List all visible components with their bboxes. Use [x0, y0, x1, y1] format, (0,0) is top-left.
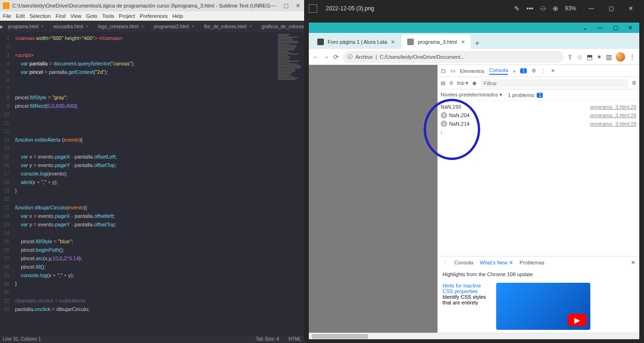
info-icon[interactable]: ⓘ: [347, 53, 353, 60]
sublime-tab[interactable]: escuadra.html×: [49, 24, 94, 29]
wn-card-link[interactable]: Hints for inactive CSS properties: [443, 283, 481, 294]
menu-preferences[interactable]: Preferences: [140, 13, 168, 19]
chrome-menu-icon[interactable]: ⋮: [629, 53, 636, 61]
avatar[interactable]: [616, 52, 625, 62]
dt-tab-more[interactable]: »: [513, 68, 515, 74]
inspect-icon[interactable]: ⮹: [441, 68, 446, 74]
chrome-restore-icon[interactable]: ⌄: [580, 23, 590, 33]
horizontal-scrollbar[interactable]: [309, 333, 639, 339]
menu-tools[interactable]: Tools: [102, 13, 114, 19]
back-icon[interactable]: ←: [313, 53, 319, 61]
menu-selection[interactable]: Selection: [30, 13, 51, 19]
menu-view[interactable]: View: [70, 13, 81, 19]
star-icon[interactable]: ☆: [577, 53, 583, 61]
filter-input[interactable]: [481, 79, 628, 88]
page-canvas[interactable]: [309, 65, 437, 333]
device-icon[interactable]: ▭: [451, 68, 455, 74]
addr-path: C:/Users/leidy/OneDrive/Document...: [380, 54, 465, 60]
extensions-icon[interactable]: ✶: [596, 53, 602, 61]
menu-file[interactable]: File: [3, 13, 11, 19]
captured-chrome: ⌄ — ▢ ✕ Foro página 1 | Alura Lata ✕ pro…: [309, 23, 639, 339]
sublime-icon: [3, 2, 9, 9]
problem-badge[interactable]: 1: [537, 93, 543, 98]
chrome-close-icon[interactable]: ✕: [625, 23, 636, 33]
console-sidebar-icon[interactable]: ▤: [441, 80, 445, 86]
tab-close-icon[interactable]: ×: [249, 24, 251, 29]
sublime-side-icon[interactable]: ▸: [0, 23, 3, 30]
close-icon[interactable]: ✕: [295, 2, 301, 9]
sidepanel-icon[interactable]: ▥: [606, 53, 612, 61]
menu-find[interactable]: Find: [56, 13, 65, 19]
drawer-menu-icon[interactable]: ⋮: [443, 260, 448, 266]
dt-menu-icon[interactable]: ⋮: [541, 68, 546, 74]
status-tabsize[interactable]: Tab Size: 4: [256, 336, 279, 342]
chrome-tab-0[interactable]: Foro página 1 | Alura Lata ✕: [312, 35, 401, 49]
chrome-max-icon[interactable]: ▢: [610, 23, 620, 33]
chrome-toolbar: ← → ⟳ ⓘ Archivo | C:/Users/leidy/OneDriv…: [309, 49, 639, 65]
maximize-icon[interactable]: ▢: [282, 2, 289, 9]
menu-goto[interactable]: Goto: [86, 13, 97, 19]
tab-close-icon[interactable]: ✕: [391, 39, 395, 45]
drawer-tab-problems[interactable]: Problemas: [520, 260, 545, 265]
console-source-link[interactable]: programa_3.html:29: [590, 112, 636, 118]
reload-icon[interactable]: ⟳: [333, 53, 339, 61]
log-levels[interactable]: Niveles predeterminados ▾: [441, 92, 502, 98]
address-bar[interactable]: ⓘ Archivo | C:/Users/leidy/OneDrive/Docu…: [343, 51, 564, 63]
favicon-icon: [407, 39, 414, 45]
console-source-link[interactable]: programa_3.html:29: [590, 121, 636, 127]
download-icon[interactable]: ⬒: [587, 53, 593, 61]
console-source-link[interactable]: programa_3.html:29: [590, 104, 636, 110]
code-area[interactable]: <canvas width="600" height="400"> </canv…: [12, 32, 276, 335]
sublime-tab[interactable]: flor_de_colores.html×: [199, 24, 257, 29]
favicon-icon: [317, 39, 324, 45]
devtools: ⮹ ▭ Elementos Consola » 1 ⚙ ⋮ ✕ ▤ ⊘ top …: [437, 65, 639, 333]
dt-tab-elements[interactable]: Elementos: [460, 68, 484, 74]
minimap[interactable]: [276, 32, 304, 335]
menu-edit[interactable]: Edit: [16, 13, 25, 19]
clear-icon[interactable]: ⊘: [449, 80, 453, 86]
more-icon[interactable]: •••: [526, 5, 533, 12]
play-icon[interactable]: ▶: [568, 314, 587, 326]
drawer-tab-console[interactable]: Consola: [454, 260, 473, 265]
eye-icon[interactable]: ◉: [472, 80, 477, 86]
share-icon[interactable]: ⇪: [567, 53, 573, 61]
sublime-tabbar: ▸ programa.html×escuadra.html×lego_creep…: [0, 21, 304, 32]
menu-project[interactable]: Project: [119, 13, 135, 19]
chrome-tab-1[interactable]: programa_3.html ✕: [402, 35, 470, 49]
context-selector[interactable]: top ▾: [457, 80, 468, 86]
drawer-close-icon[interactable]: ✕: [631, 259, 636, 266]
sublime-tab[interactable]: programas2.html×: [149, 24, 199, 29]
console-output[interactable]: NaN,193programa_3.html:293NaN,204program…: [438, 101, 639, 256]
viewer-close-icon[interactable]: ✕: [622, 2, 639, 15]
wn-video-thumb[interactable]: ▶: [496, 283, 590, 330]
status-lang[interactable]: HTML: [289, 336, 301, 342]
wn-card[interactable]: Hints for inactive CSS properties Identi…: [443, 283, 490, 330]
tab-close-icon[interactable]: ×: [141, 24, 144, 29]
menu-help[interactable]: Help: [172, 13, 183, 19]
chrome-min-icon[interactable]: —: [595, 23, 605, 33]
zoom-out-icon[interactable]: ⦵: [540, 5, 546, 13]
status-pos: Line 31, Column 1: [3, 336, 41, 342]
drawer-tab-whatsnew[interactable]: What's New ✕: [480, 260, 513, 266]
edit-icon[interactable]: ✎: [514, 5, 520, 12]
minimize-icon[interactable]: —: [270, 2, 277, 9]
gear-icon[interactable]: ⚙: [531, 68, 536, 74]
chrome-tab-label: Foro página 1 | Alura Lata: [328, 39, 387, 45]
tab-close-icon[interactable]: ×: [41, 24, 43, 29]
sublime-statusbar: Line 31, Column 1 Tab Size: 4 HTML: [0, 335, 304, 343]
dt-tab-console[interactable]: Consola: [489, 67, 508, 75]
dt-close-icon[interactable]: ✕: [551, 68, 555, 74]
sublime-tab[interactable]: lego_creepers.html×: [94, 24, 149, 29]
viewer-minimize-icon[interactable]: —: [583, 2, 600, 15]
new-tab-icon[interactable]: +: [472, 38, 483, 49]
console-settings-icon[interactable]: ⚙: [632, 80, 636, 86]
sublime-tab[interactable]: programa.html×: [3, 24, 49, 29]
forward-icon[interactable]: →: [323, 53, 330, 61]
tab-close-icon[interactable]: ×: [86, 24, 89, 29]
zoom-in-icon[interactable]: ⊕: [553, 5, 558, 12]
issues-badge[interactable]: 1: [520, 68, 527, 73]
tab-close-icon[interactable]: ✕: [461, 39, 465, 45]
viewer-maximize-icon[interactable]: ▢: [603, 2, 620, 15]
tab-close-icon[interactable]: ×: [192, 24, 194, 29]
console-prompt-icon[interactable]: ›: [441, 129, 443, 135]
